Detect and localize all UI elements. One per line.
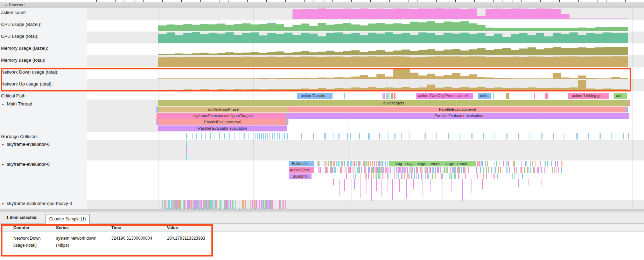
skyframe-slice[interactable] [337, 167, 337, 173]
skyframe-labeled-slice[interactable]: BuildInfo [289, 173, 312, 179]
skyframe-slice[interactable] [461, 167, 462, 173]
skyframe-slice[interactable] [352, 167, 352, 173]
gc-event-tick[interactable] [282, 133, 282, 139]
skyframe-slice[interactable] [412, 167, 413, 173]
skyframe-slice[interactable] [488, 167, 489, 173]
skyframe-slice[interactable] [547, 161, 548, 166]
skyframe-slice[interactable] [380, 161, 381, 166]
skyframe-slice[interactable] [433, 167, 434, 173]
skyframe-hanging-slice[interactable] [333, 179, 334, 185]
skyframe-slice[interactable] [477, 173, 478, 179]
cpu-heavy-slice[interactable] [200, 200, 201, 209]
main-thread-slice[interactable] [626, 107, 628, 112]
expand-arrow-icon[interactable]: ▾ [2, 163, 4, 166]
gc-event-tick[interactable] [334, 133, 334, 139]
cpu-heavy-slice[interactable] [211, 200, 211, 209]
cpu-heavy-slice[interactable] [182, 200, 182, 209]
cpu-heavy-slice[interactable] [268, 200, 270, 209]
skyframe-slice[interactable] [331, 161, 332, 166]
skyframe-slice[interactable] [514, 173, 514, 179]
gc-event-tick[interactable] [263, 133, 264, 139]
gc-event-tick[interactable] [350, 133, 351, 139]
cpu-heavy-slice[interactable] [223, 200, 223, 209]
skyframe-slice[interactable] [496, 161, 497, 166]
skyframe-slice[interactable] [427, 173, 428, 179]
skyframe-slice[interactable] [535, 161, 536, 166]
gc-event-tick[interactable] [495, 133, 495, 139]
process-header[interactable]: ▾Process 1 [0, 2, 644, 8]
skyframe-slice[interactable] [438, 167, 439, 173]
skyframe-hanging-slice[interactable] [354, 179, 355, 189]
skyframe-slice[interactable] [379, 161, 380, 166]
skyframe-slice[interactable] [425, 167, 426, 173]
track-label-skyframe-evaluator-0-b[interactable]: ▾skyframe-evaluator-0 [2, 162, 50, 167]
skyframe-hanging-slice[interactable] [387, 179, 387, 193]
critical-path-slice[interactable] [394, 93, 396, 99]
skyframe-slice[interactable] [435, 167, 436, 173]
gc-event-tick[interactable] [628, 133, 629, 139]
timeline-area[interactable]: ▾Process 1 action 'Creatin...action 'Gen… [0, 0, 644, 210]
gc-event-tick[interactable] [588, 133, 589, 139]
skyframe-hanging-slice[interactable] [430, 179, 431, 192]
gc-event-tick[interactable] [379, 133, 380, 139]
gc-event-tick[interactable] [224, 133, 225, 139]
critical-path-slice[interactable]: action 'Linking go... [568, 93, 609, 99]
skyframe-slice[interactable] [426, 167, 427, 173]
skyframe-slice[interactable] [556, 167, 556, 173]
skyframe-slice[interactable] [425, 167, 425, 173]
skyframe-slice[interactable] [421, 167, 422, 173]
skyframe-hanging-slice[interactable] [451, 179, 452, 191]
skyframe-slice[interactable] [434, 173, 434, 179]
cpu-heavy-slice[interactable] [216, 200, 217, 209]
skyframe-slice[interactable] [530, 161, 531, 166]
skyframe-slice[interactable] [478, 161, 479, 166]
skyframe-slice[interactable] [447, 167, 448, 173]
gc-event-tick[interactable] [313, 133, 314, 139]
skyframe-labeled-slice[interactable]: BuildInfo ... [289, 161, 314, 166]
skyframe-hanging-slice[interactable] [399, 179, 400, 192]
cpu-heavy-slice[interactable] [184, 200, 186, 209]
skyframe-slice[interactable] [452, 167, 453, 173]
skyframe-slice[interactable] [532, 161, 533, 166]
cpu-heavy-slice[interactable] [166, 200, 166, 209]
skyframe-slice[interactable] [388, 173, 389, 179]
skyframe-slice[interactable] [542, 161, 542, 166]
gc-event-tick[interactable] [460, 133, 460, 139]
skyframe-slice[interactable] [441, 173, 442, 179]
skyframe-slice[interactable] [385, 167, 386, 173]
cpu-heavy-slice[interactable] [285, 200, 286, 209]
gc-event-tick[interactable] [255, 133, 255, 139]
gc-event-tick[interactable] [506, 133, 507, 139]
cpu-heavy-slice[interactable] [256, 200, 257, 209]
skyframe-slice[interactable] [518, 167, 518, 173]
gc-event-tick[interactable] [253, 133, 253, 139]
gc-event-tick[interactable] [267, 133, 268, 139]
skyframe-slice[interactable] [534, 167, 535, 173]
skyframe-slice[interactable] [363, 167, 363, 173]
skyframe-slice[interactable] [382, 161, 383, 166]
skyframe-slice[interactable] [404, 173, 405, 179]
skyframe-slice[interactable] [557, 161, 558, 166]
skyframe-slice[interactable] [499, 161, 499, 166]
skyframe-slice[interactable] [554, 167, 555, 173]
critical-path-slice[interactable] [493, 93, 494, 99]
skyframe-slice[interactable] [354, 161, 354, 166]
skyframe-slice[interactable] [503, 161, 504, 166]
gc-event-tick[interactable] [600, 133, 601, 139]
skyframe-slice[interactable] [460, 173, 460, 179]
skyframe-slice[interactable] [365, 161, 366, 166]
skyframe-slice[interactable] [503, 167, 503, 173]
counter-chart-network-up-usage-total[interactable] [158, 80, 628, 91]
skyframe-slice[interactable] [350, 161, 351, 166]
skyframe-slice[interactable] [370, 161, 371, 166]
skyframe-hanging-slice[interactable] [344, 179, 345, 191]
skyframe-slice[interactable] [453, 167, 454, 173]
gc-event-tick[interactable] [425, 133, 426, 139]
gc-event-tick[interactable] [401, 133, 402, 139]
skyframe-slice[interactable] [382, 173, 383, 179]
gc-event-tick[interactable] [274, 133, 275, 139]
skyframe-slice[interactable] [518, 161, 518, 166]
main-thread-slice[interactable]: skyframeExecutor.configureTargets [158, 113, 287, 119]
skyframe-slice[interactable] [353, 173, 354, 179]
skyframe-slice[interactable] [321, 161, 321, 166]
